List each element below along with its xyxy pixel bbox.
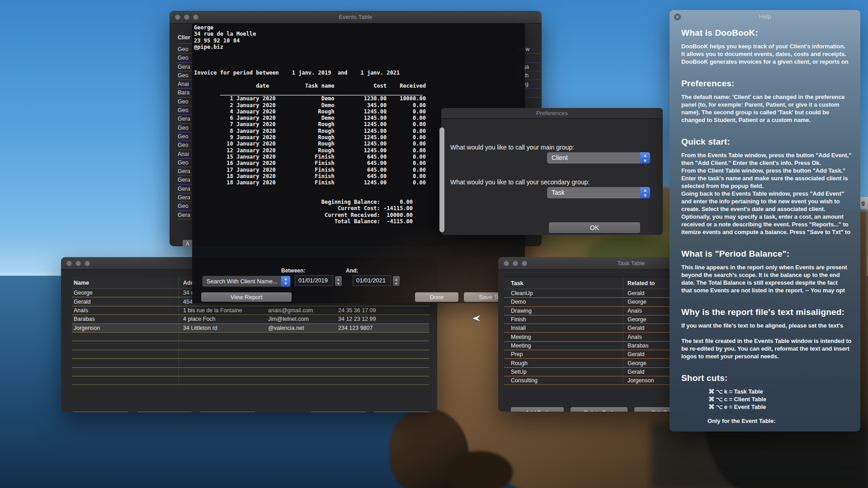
help-section: Preferences:The default name: 'Client' c… <box>681 78 853 124</box>
shortcut-line: ⌘ ⌥ e = Event Table <box>708 403 853 411</box>
list-item[interactable]: Gera <box>178 185 193 193</box>
list-item[interactable]: Geo <box>178 71 193 80</box>
secondary-group-dropdown[interactable]: Task ▲▼ <box>547 187 650 198</box>
done-button[interactable]: Done <box>415 292 458 302</box>
search-mode-popup[interactable]: Search With Client Name... ▲▼ <box>202 276 291 287</box>
table-cell: 34 12 23 12 99 <box>338 316 429 322</box>
zoom-icon <box>85 261 90 266</box>
help-content: What is DooBooK:DooBooK helps you keep t… <box>681 27 853 432</box>
search-mode-popup-label: Search With Client Name... <box>207 278 278 285</box>
list-item[interactable]: Geo <box>178 124 193 132</box>
close-icon <box>175 14 180 20</box>
help-text-line: beyond the search's scope. It is the bal… <box>681 271 853 279</box>
list-item[interactable]: Gera <box>178 63 193 71</box>
help-section: Why is the report file's text misaligned… <box>681 306 853 360</box>
vertical-scrollbar[interactable] <box>439 127 444 232</box>
list-item[interactable]: Gera <box>178 167 193 176</box>
list-item[interactable]: Bara <box>178 89 193 97</box>
window-traffic-lights[interactable] <box>66 261 90 266</box>
zoom-icon <box>522 261 527 266</box>
table-cell: CleanUp <box>504 290 623 296</box>
shortcut-line: ⌘ ⌥ c = Client Table <box>708 395 853 403</box>
help-text-line: create. Select the event's date and asso… <box>681 205 853 213</box>
table-cell: Finish <box>504 316 623 323</box>
invoice-report-text: George 34 rue de la Moelle 23 95 92 10 8… <box>194 24 426 225</box>
and-date-stepper[interactable]: ▲▼ <box>393 276 400 286</box>
help-section: What is "Period Balance":This line appea… <box>681 248 853 294</box>
help-section-heading: What is DooBooK: <box>681 27 853 38</box>
table-row[interactable]: Jorgenson34 Littleton rd@valencia.net234… <box>72 324 429 333</box>
list-item[interactable]: Geo <box>178 45 193 54</box>
between-date-field[interactable]: 01/01/2019 <box>295 275 333 286</box>
list-item[interactable]: Anai <box>178 150 193 159</box>
help-text-line: itemize events and compute a balance. Pr… <box>681 228 853 236</box>
list-item[interactable]: Gera <box>178 176 193 184</box>
help-section-heading: What is "Period Balance": <box>681 248 853 259</box>
add-task-button[interactable]: Add Task <box>310 412 367 412</box>
help-text-line: The text file created in the Events Tabl… <box>681 337 853 345</box>
table-cell: 234 123 9807 <box>338 325 429 331</box>
table-cell: Meeting <box>504 343 623 349</box>
edit-client-button[interactable]: Edit Client <box>199 412 256 412</box>
list-item[interactable]: Geo <box>178 132 193 141</box>
events-window-titlebar[interactable]: Events Table <box>170 11 542 23</box>
between-date-stepper[interactable]: ▲▼ <box>335 276 342 286</box>
view-report-button[interactable]: View Report <box>201 292 292 302</box>
dropdown-stepper-icon: ▲▼ <box>640 152 650 164</box>
table-cell: Consulting <box>504 377 623 384</box>
main-group-value: Client <box>552 154 568 161</box>
close-icon[interactable]: ✕ <box>674 14 681 20</box>
ok-button[interactable]: OK <box>549 222 640 233</box>
shortcut-line: ⌘ ⌥ k = Task Table <box>708 388 853 395</box>
help-text-line: received or a note describing the event.… <box>681 221 853 228</box>
desktop: g Name Addr George34 rGerald454Anaïs1 bi… <box>0 0 868 488</box>
list-item[interactable]: Geo <box>178 141 193 150</box>
table-cell: 1 bis rue de la Fontaine <box>179 306 268 314</box>
list-item[interactable]: Gera <box>178 193 193 202</box>
delete-task-button[interactable]: Delete Task <box>571 407 627 412</box>
column-header-task[interactable]: Task <box>504 280 623 286</box>
table-cell: Demo <box>504 299 623 305</box>
client-column-header[interactable]: Clier <box>178 34 193 44</box>
help-text-line: From the Events Table window, press the … <box>681 151 853 159</box>
list-item[interactable]: Geo <box>178 202 193 211</box>
list-item[interactable]: Geo <box>178 98 193 106</box>
window-traffic-lights[interactable] <box>175 14 198 20</box>
list-item[interactable]: Gera <box>178 115 193 123</box>
minimize-icon <box>75 261 81 266</box>
table-row[interactable]: Barabas4 place FochJim@telnet.com34 12 2… <box>72 315 429 324</box>
help-text-line: name). The second group is called 'Task'… <box>681 108 853 116</box>
table-row-empty[interactable] <box>72 333 429 341</box>
table-row[interactable]: Anaïs1 bis rue de la Fontaineanais@gmail… <box>72 306 429 315</box>
list-item[interactable]: Geo <box>178 54 193 62</box>
table-row-empty[interactable] <box>72 350 429 359</box>
popup-stepper-icon[interactable]: ▲▼ <box>281 276 290 286</box>
help-text-line: Enter the task's name and make sure the … <box>681 174 853 182</box>
table-cell: Jorgenson <box>72 325 179 331</box>
help-section: Short cuts:⌘ ⌥ k = Task Table⌘ ⌥ c = Cli… <box>681 372 853 425</box>
list-item[interactable]: Gera <box>178 211 193 220</box>
delete-client-button[interactable]: Delete Client <box>137 412 193 412</box>
add-client-button[interactable]: Add Client <box>72 412 129 412</box>
table-row-empty[interactable] <box>72 376 429 385</box>
table-row-empty[interactable] <box>72 341 429 350</box>
table-cell: Jim@telnet.com <box>268 316 338 322</box>
table-cell: Anaïs <box>72 307 179 314</box>
and-date-field[interactable]: 01/01/2021 <box>353 275 391 286</box>
zoom-icon <box>193 14 198 20</box>
list-item[interactable]: Geo <box>178 159 193 167</box>
window-traffic-lights[interactable] <box>504 261 527 266</box>
column-header-name[interactable]: Name <box>72 280 179 286</box>
table-row-empty[interactable] <box>72 359 429 367</box>
table-cell: Meeting <box>504 334 623 340</box>
help-text-line: panel (to, for exemple: Parent, Patient,… <box>681 101 853 108</box>
preferences-titlebar[interactable]: Preferences <box>441 108 663 119</box>
help-section-heading: Quick start: <box>681 136 853 147</box>
list-item[interactable]: Anai <box>178 80 193 89</box>
secondary-group-label: What would you like to call your seconda… <box>450 178 590 186</box>
add-task-button[interactable]: Add Task <box>511 407 564 412</box>
main-group-dropdown[interactable]: Client ▲▼ <box>547 152 650 164</box>
table-row-empty[interactable] <box>72 368 429 376</box>
list-item[interactable]: Geo <box>178 106 193 115</box>
add-event-button[interactable]: Add Event <box>373 412 430 412</box>
